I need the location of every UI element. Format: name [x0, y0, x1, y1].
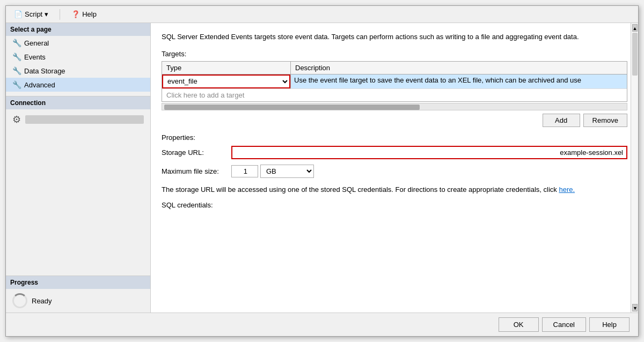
script-label: Script — [25, 10, 42, 18]
ok-button[interactable]: OK — [499, 317, 539, 332]
storage-url-label: Storage URL: — [162, 148, 231, 157]
dialog-footer: OK Cancel Help — [6, 313, 638, 336]
horizontal-scrollbar[interactable] — [162, 103, 627, 110]
sql-credentials-row: SQL credentials: — [162, 201, 627, 209]
size-unit-dropdown[interactable]: KB MB GB TB — [260, 165, 314, 178]
targets-table-header: Type Description — [162, 62, 627, 75]
help-button[interactable]: ❓ Help — [68, 9, 100, 20]
storage-url-input[interactable] — [232, 147, 626, 158]
info-text-content: The storage URL will be accessed using o… — [162, 185, 557, 194]
sidebar-item-general[interactable]: 🔧 General — [6, 36, 150, 50]
targets-table: Type Description event_file etw_classic_… — [162, 61, 627, 102]
add-button[interactable]: Add — [543, 114, 580, 127]
scroll-up-button[interactable]: ▲ — [632, 24, 638, 32]
table-row: event_file etw_classic_sync_target histo… — [162, 75, 627, 88]
script-button[interactable]: 📄 Script ▾ — [10, 9, 52, 20]
description-text: SQL Server Extended Events targets store… — [162, 32, 627, 42]
scrollbar-thumb — [164, 105, 420, 110]
remove-button[interactable]: Remove — [583, 114, 627, 127]
progress-header: Progress — [6, 276, 150, 289]
add-target-row[interactable]: Click here to add a target — [162, 88, 627, 101]
progress-section: Progress Ready — [6, 276, 150, 313]
sidebar-item-advanced-label: Advanced — [24, 81, 55, 89]
buttons-row: Add Remove — [162, 114, 627, 127]
description-cell: Use the event file target to save the ev… — [291, 75, 627, 88]
script-icon: 📄 — [14, 10, 23, 18]
help-label: Help — [82, 10, 97, 18]
type-column-header: Type — [162, 62, 291, 74]
right-panel: SQL Server Extended Events targets store… — [151, 23, 638, 313]
progress-spinner — [12, 293, 27, 308]
select-page-header: Select a page — [6, 23, 150, 36]
events-icon: 🔧 — [12, 53, 21, 61]
progress-status: Ready — [32, 297, 52, 305]
scroll-down-button[interactable]: ▼ — [632, 304, 638, 311]
type-dropdown[interactable]: event_file etw_classic_sync_target histo… — [162, 75, 290, 88]
connection-bar — [25, 115, 144, 124]
properties-label: Properties: — [162, 133, 627, 142]
connection-section: Connection ⚙ — [6, 96, 150, 130]
max-file-size-controls: KB MB GB TB — [231, 165, 314, 178]
cancel-button[interactable]: Cancel — [542, 317, 586, 332]
dialog-body: Select a page 🔧 General 🔧 Events 🔧 Data … — [6, 23, 638, 313]
connection-icon: ⚙ — [12, 114, 21, 125]
vertical-scrollbar[interactable]: ▲ ▼ — [631, 23, 638, 313]
add-target-text: Click here to add a target — [166, 91, 244, 99]
footer-help-button[interactable]: Help — [589, 317, 630, 332]
progress-content: Ready — [6, 289, 150, 313]
max-file-size-row: Maximum file size: KB MB GB TB — [162, 165, 627, 178]
sidebar-item-general-label: General — [24, 39, 49, 47]
sidebar-item-data-storage[interactable]: 🔧 Data Storage — [6, 64, 150, 78]
scroll-thumb — [632, 33, 638, 76]
help-icon: ❓ — [71, 10, 80, 18]
type-cell: event_file etw_classic_sync_target histo… — [162, 75, 291, 88]
max-file-size-label: Maximum file size: — [162, 167, 231, 175]
sql-credentials-label: SQL credentials: — [162, 201, 213, 209]
targets-label: Targets: — [162, 50, 627, 58]
data-storage-icon: 🔧 — [12, 66, 21, 75]
info-text: The storage URL will be accessed using o… — [162, 184, 627, 195]
toolbar-separator — [60, 9, 60, 20]
description-column-header: Description — [291, 62, 627, 74]
max-file-size-input[interactable] — [231, 165, 258, 177]
sidebar-item-events[interactable]: 🔧 Events — [6, 50, 150, 64]
storage-url-input-wrapper — [231, 146, 627, 159]
sidebar-item-advanced[interactable]: 🔧 Advanced — [6, 78, 150, 92]
dialog: 📄 Script ▾ ❓ Help Select a page 🔧 Genera… — [5, 5, 639, 337]
here-link[interactable]: here. — [559, 185, 575, 194]
connection-header: Connection — [6, 96, 150, 109]
sidebar-item-events-label: Events — [24, 53, 46, 61]
sidebar-item-data-storage-label: Data Storage — [24, 67, 65, 75]
script-chevron-icon: ▾ — [45, 10, 48, 18]
storage-url-row: Storage URL: — [162, 146, 627, 159]
advanced-icon: 🔧 — [12, 80, 21, 89]
left-panel: Select a page 🔧 General 🔧 Events 🔧 Data … — [6, 23, 151, 313]
connection-box: ⚙ — [6, 109, 150, 130]
toolbar: 📄 Script ▾ ❓ Help — [6, 6, 638, 23]
general-icon: 🔧 — [12, 39, 21, 47]
